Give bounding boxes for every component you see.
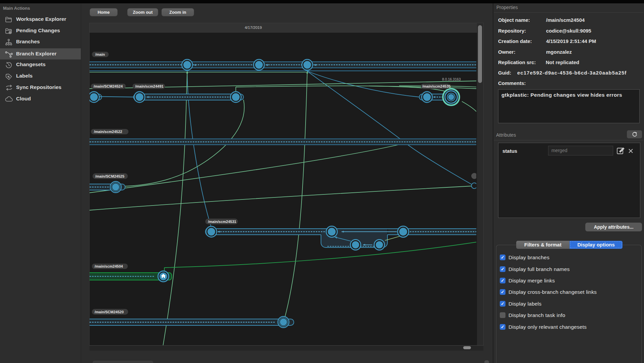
svg-text:/main/scm24531: /main/scm24531: [208, 220, 236, 224]
svg-text:/main/scm24491: /main/scm24491: [135, 84, 163, 88]
svg-text:/main/scm24522: /main/scm24522: [94, 130, 122, 134]
svg-text:/main/scm24535: /main/scm24535: [422, 84, 450, 88]
svg-text:/main/SCM24524: /main/SCM24524: [94, 84, 123, 88]
svg-text:/main/SCM24525: /main/SCM24525: [95, 174, 124, 178]
svg-text:8.0.16.3163: 8.0.16.3163: [442, 77, 461, 81]
svg-text:/main: /main: [95, 52, 105, 56]
svg-text:/main/scm24504: /main/scm24504: [95, 264, 123, 268]
svg-text:/main/SCM24520: /main/SCM24520: [95, 310, 124, 314]
